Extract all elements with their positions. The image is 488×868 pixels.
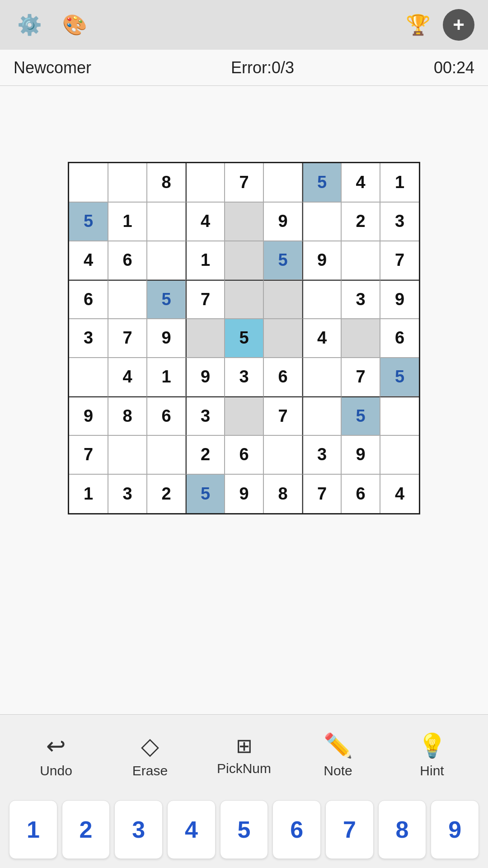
sudoku-cell[interactable] xyxy=(263,435,302,474)
sudoku-cell[interactable] xyxy=(186,163,225,202)
sudoku-cell[interactable]: 1 xyxy=(108,202,147,241)
sudoku-cell[interactable] xyxy=(225,241,263,280)
sudoku-cell[interactable]: 3 xyxy=(380,202,419,241)
sudoku-cell[interactable] xyxy=(380,396,419,435)
sudoku-cell[interactable] xyxy=(302,280,341,319)
sudoku-cell[interactable]: 3 xyxy=(341,280,380,319)
sudoku-cell[interactable] xyxy=(108,435,147,474)
sudoku-cell[interactable] xyxy=(341,319,380,358)
sudoku-cell[interactable] xyxy=(108,163,147,202)
sudoku-cell[interactable]: 7 xyxy=(186,280,225,319)
numpad-button-9[interactable]: 9 xyxy=(431,800,479,859)
sudoku-cell[interactable]: 5 xyxy=(263,241,302,280)
sudoku-cell[interactable]: 9 xyxy=(186,358,225,396)
sudoku-cell[interactable]: 9 xyxy=(263,202,302,241)
sudoku-cell[interactable]: 7 xyxy=(380,241,419,280)
sudoku-cell[interactable]: 2 xyxy=(341,202,380,241)
sudoku-cell[interactable]: 7 xyxy=(302,474,341,513)
sudoku-cell[interactable]: 1 xyxy=(147,358,186,396)
sudoku-cell[interactable]: 5 xyxy=(380,358,419,396)
numpad-button-1[interactable]: 1 xyxy=(9,800,57,859)
settings-button[interactable]: ⚙️ xyxy=(14,9,45,41)
sudoku-cell[interactable]: 5 xyxy=(69,202,108,241)
sudoku-cell[interactable] xyxy=(263,280,302,319)
sudoku-cell[interactable]: 6 xyxy=(263,358,302,396)
sudoku-cell[interactable]: 6 xyxy=(69,280,108,319)
sudoku-cell[interactable] xyxy=(225,396,263,435)
sudoku-cell[interactable]: 9 xyxy=(225,474,263,513)
add-button[interactable]: + xyxy=(443,9,474,41)
sudoku-cell[interactable] xyxy=(302,202,341,241)
sudoku-cell[interactable]: 4 xyxy=(108,358,147,396)
sudoku-cell[interactable]: 3 xyxy=(225,358,263,396)
sudoku-cell[interactable]: 4 xyxy=(302,319,341,358)
sudoku-cell[interactable]: 5 xyxy=(341,396,380,435)
sudoku-cell[interactable] xyxy=(302,358,341,396)
sudoku-cell[interactable] xyxy=(69,163,108,202)
sudoku-cell[interactable]: 1 xyxy=(69,474,108,513)
sudoku-cell[interactable]: 9 xyxy=(380,280,419,319)
numpad-button-7[interactable]: 7 xyxy=(325,800,374,859)
numpad-button-5[interactable]: 5 xyxy=(220,800,268,859)
sudoku-cell[interactable]: 4 xyxy=(69,241,108,280)
sudoku-cell[interactable] xyxy=(147,435,186,474)
note-button[interactable]: ✏️ Note xyxy=(302,732,374,778)
sudoku-cell[interactable] xyxy=(263,163,302,202)
numpad-button-6[interactable]: 6 xyxy=(272,800,321,859)
sudoku-cell[interactable]: 3 xyxy=(69,319,108,358)
theme-button[interactable]: 🎨 xyxy=(59,9,90,41)
trophy-button[interactable]: 🏆 xyxy=(402,9,434,41)
sudoku-cell[interactable] xyxy=(263,319,302,358)
sudoku-cell[interactable]: 9 xyxy=(302,241,341,280)
numpad-button-3[interactable]: 3 xyxy=(114,800,163,859)
sudoku-cell[interactable]: 7 xyxy=(341,358,380,396)
numpad-button-2[interactable]: 2 xyxy=(62,800,110,859)
sudoku-cell[interactable] xyxy=(380,435,419,474)
sudoku-cell[interactable] xyxy=(341,241,380,280)
numpad-button-8[interactable]: 8 xyxy=(378,800,427,859)
undo-button[interactable]: ↩ Undo xyxy=(20,732,92,778)
top-right-icons: 🏆 + xyxy=(402,9,474,41)
sudoku-cell[interactable]: 1 xyxy=(380,163,419,202)
erase-button[interactable]: ◇ Erase xyxy=(114,732,186,778)
sudoku-cell[interactable]: 4 xyxy=(380,474,419,513)
sudoku-cell[interactable]: 8 xyxy=(263,474,302,513)
sudoku-cell[interactable]: 6 xyxy=(108,241,147,280)
sudoku-cell[interactable]: 8 xyxy=(147,163,186,202)
sudoku-cell[interactable]: 7 xyxy=(225,163,263,202)
sudoku-cell[interactable]: 5 xyxy=(186,474,225,513)
sudoku-cell[interactable]: 2 xyxy=(186,435,225,474)
sudoku-cell[interactable]: 3 xyxy=(186,396,225,435)
sudoku-cell[interactable]: 9 xyxy=(341,435,380,474)
sudoku-cell[interactable] xyxy=(225,280,263,319)
sudoku-cell[interactable]: 6 xyxy=(225,435,263,474)
sudoku-cell[interactable]: 9 xyxy=(147,319,186,358)
sudoku-cell[interactable]: 7 xyxy=(263,396,302,435)
sudoku-cell[interactable]: 3 xyxy=(108,474,147,513)
sudoku-cell[interactable] xyxy=(186,319,225,358)
sudoku-cell[interactable]: 5 xyxy=(147,280,186,319)
sudoku-cell[interactable]: 9 xyxy=(69,396,108,435)
sudoku-cell[interactable]: 8 xyxy=(108,396,147,435)
sudoku-cell[interactable] xyxy=(147,241,186,280)
sudoku-cell[interactable]: 6 xyxy=(380,319,419,358)
sudoku-cell[interactable]: 1 xyxy=(186,241,225,280)
sudoku-cell[interactable]: 3 xyxy=(302,435,341,474)
sudoku-cell[interactable]: 6 xyxy=(341,474,380,513)
sudoku-cell[interactable] xyxy=(69,358,108,396)
sudoku-cell[interactable] xyxy=(225,202,263,241)
sudoku-cell[interactable]: 6 xyxy=(147,396,186,435)
hint-button[interactable]: 💡 Hint xyxy=(396,732,468,778)
sudoku-cell[interactable]: 7 xyxy=(69,435,108,474)
sudoku-cell[interactable] xyxy=(147,202,186,241)
sudoku-cell[interactable] xyxy=(108,280,147,319)
sudoku-cell[interactable]: 7 xyxy=(108,319,147,358)
numpad-button-4[interactable]: 4 xyxy=(167,800,216,859)
sudoku-cell[interactable]: 2 xyxy=(147,474,186,513)
picknum-button[interactable]: ⊞ PickNum xyxy=(208,734,280,776)
sudoku-cell[interactable]: 5 xyxy=(225,319,263,358)
sudoku-cell[interactable]: 5 xyxy=(302,163,341,202)
sudoku-cell[interactable] xyxy=(302,396,341,435)
sudoku-cell[interactable]: 4 xyxy=(186,202,225,241)
sudoku-cell[interactable]: 4 xyxy=(341,163,380,202)
